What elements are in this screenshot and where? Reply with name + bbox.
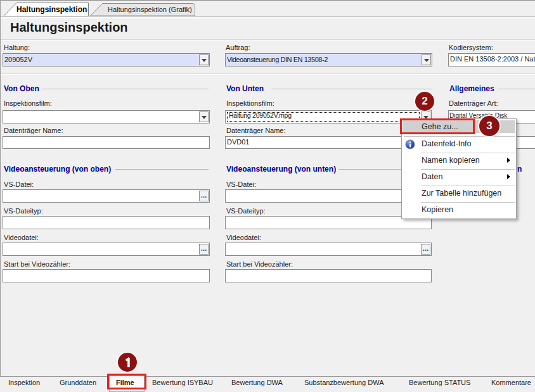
svg-text:Haltungsinspektion: Haltungsinspektion bbox=[16, 5, 87, 14]
svg-text:Haltungsinspektion (Grafik): Haltungsinspektion (Grafik) bbox=[108, 6, 192, 13]
